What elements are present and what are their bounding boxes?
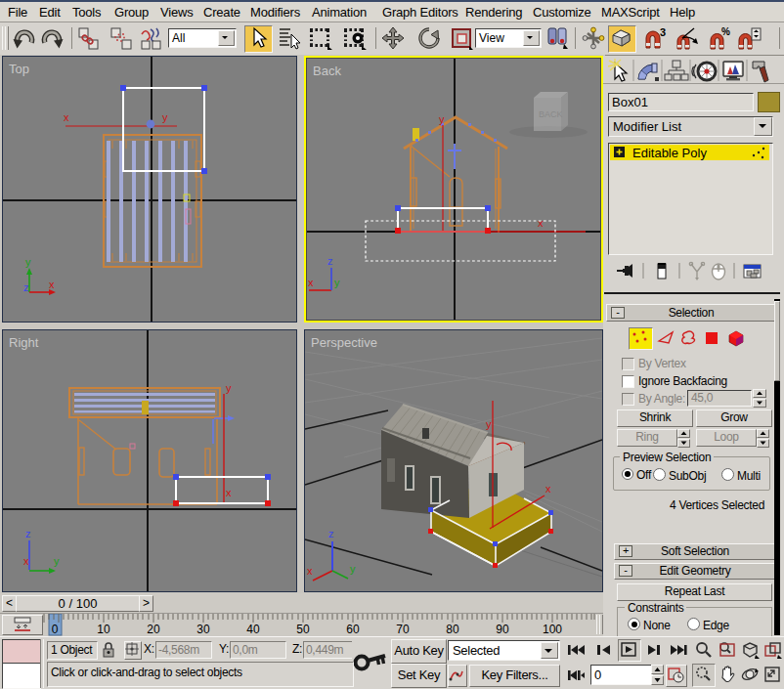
svg-text:Back: Back	[313, 64, 341, 78]
svg-text:3: 3	[660, 26, 666, 38]
svg-text:z: z	[327, 255, 333, 267]
svg-text:%: %	[721, 26, 730, 37]
svg-text:x: x	[49, 279, 55, 290]
svg-text:60: 60	[346, 623, 360, 636]
svg-text:y: y	[54, 555, 60, 567]
svg-text:y: y	[350, 563, 356, 575]
svg-text:0: 0	[52, 623, 59, 636]
svg-text:x: x	[538, 217, 544, 229]
svg-text:x: x	[23, 555, 29, 567]
svg-text:x: x	[226, 487, 232, 498]
svg-text:20: 20	[147, 623, 160, 636]
svg-text:50: 50	[296, 623, 310, 636]
svg-text:y: y	[439, 113, 445, 125]
svg-text:z: z	[328, 528, 334, 539]
svg-text:y: y	[486, 418, 492, 430]
svg-text:y: y	[334, 277, 340, 288]
svg-text:BACK: BACK	[539, 109, 563, 119]
svg-text:y: y	[162, 111, 168, 123]
svg-text:100: 100	[543, 623, 562, 636]
svg-text:Perspective: Perspective	[311, 335, 377, 350]
svg-text:30: 30	[196, 623, 210, 636]
svg-text:x: x	[308, 277, 314, 288]
svg-text:z: z	[25, 528, 31, 539]
svg-text:y: y	[25, 256, 31, 268]
svg-text:Right: Right	[9, 335, 39, 350]
svg-text:90: 90	[496, 623, 509, 636]
svg-text:70: 70	[396, 623, 410, 636]
svg-text:80: 80	[446, 623, 459, 636]
svg-text:y: y	[226, 382, 232, 394]
svg-text:z: z	[23, 281, 29, 293]
svg-text:Top: Top	[9, 62, 29, 76]
svg-text:10: 10	[97, 623, 110, 636]
svg-text:x: x	[545, 483, 551, 495]
svg-text:x: x	[307, 565, 313, 577]
svg-text:40: 40	[246, 623, 260, 636]
svg-text:x: x	[64, 111, 69, 123]
